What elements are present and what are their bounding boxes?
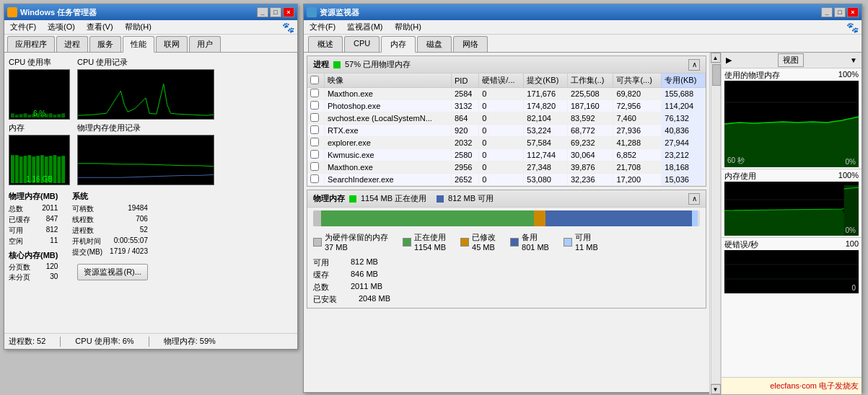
process-header-left: 进程 57% 已用物理内存: [313, 59, 411, 70]
tab-users[interactable]: 用户: [189, 36, 221, 52]
legend-modified-color: [460, 238, 469, 247]
physical-memory-title: 物理内存(MB): [9, 191, 58, 202]
menu-help[interactable]: 帮助(H): [122, 21, 154, 33]
row-checkbox-4[interactable]: [310, 138, 319, 146]
row-shareable: 21,708: [613, 161, 662, 174]
minimize-button[interactable]: _: [257, 7, 268, 17]
row-pid: 920: [451, 125, 478, 137]
row-checkbox-7[interactable]: [310, 174, 319, 183]
tab-services[interactable]: 服务: [89, 36, 121, 52]
row-private: 40,836: [662, 125, 706, 137]
table-row[interactable]: Maxthon.exe 2584 0 171,676 225,508 69,82…: [307, 88, 706, 100]
row-private: 18,168: [662, 161, 706, 174]
view-button[interactable]: 视图: [778, 53, 804, 67]
row-checkbox-3[interactable]: [310, 125, 319, 134]
resmon-window: 资源监视器 _ □ × 文件(F) 监视器(M) 帮助(H) 🐾 概述 CPU …: [303, 4, 862, 393]
resmon-tab-cpu[interactable]: CPU: [344, 36, 380, 52]
col-working[interactable]: 工作集(..): [567, 74, 613, 88]
resmon-tab-memory[interactable]: 内存: [381, 36, 416, 53]
resmon-maximize-button[interactable]: □: [834, 7, 846, 17]
resource-monitor-button[interactable]: 资源监视器(R)...: [77, 264, 147, 280]
menu-view[interactable]: 查看(V): [84, 21, 116, 33]
status-memory: 物理内存: 59%: [164, 336, 216, 347]
cpu-usage-group: CPU 使用率: [9, 57, 70, 120]
col-shareable[interactable]: 可共享(...): [613, 74, 662, 88]
table-row[interactable]: RTX.exe 920 0 53,224 68,772 27,936 40,83…: [307, 125, 706, 137]
core-memory-section: 核心内存(MB) 分页数 120 未分页 30: [9, 250, 58, 283]
stat-handles-value: 19484: [128, 204, 148, 214]
table-row[interactable]: svchost.exe (LocalSystemN... 864 0 82,10…: [307, 112, 706, 125]
resmon-tab-overview[interactable]: 概述: [308, 36, 343, 52]
row-checkbox-2[interactable]: [310, 113, 319, 122]
stat-total-value: 2011: [42, 204, 58, 214]
resmon-minimize-button[interactable]: _: [821, 7, 833, 17]
cpu-usage-text: 6 %: [33, 110, 45, 117]
stat-cached-value: 847: [46, 215, 58, 225]
resmon-close-button[interactable]: ×: [847, 7, 859, 17]
row-checkbox-0[interactable]: [310, 89, 319, 97]
tab-performance[interactable]: 性能: [123, 36, 154, 53]
resmon-menu-file[interactable]: 文件(F): [307, 21, 338, 33]
main-scrollbar[interactable]: ▲ ▼: [709, 53, 721, 394]
col-pid[interactable]: PID: [451, 74, 478, 88]
process-collapse-button[interactable]: ∧: [688, 59, 700, 71]
tab-processes[interactable]: 进程: [56, 36, 88, 52]
scroll-down-arrow[interactable]: ▼: [711, 384, 721, 394]
row-checkbox-1[interactable]: [310, 101, 319, 110]
row-checkbox-cell: [307, 174, 324, 186]
row-checkbox-6[interactable]: [310, 162, 319, 171]
chart1-label: 使用的物理内存 100%: [724, 70, 859, 81]
col-private[interactable]: 专用(KB): [662, 74, 706, 88]
view-dropdown-icon[interactable]: ▼: [850, 56, 857, 64]
resmon-menu-help[interactable]: 帮助(H): [392, 21, 424, 33]
maximize-button[interactable]: □: [270, 7, 281, 17]
menu-options[interactable]: 选项(O): [45, 21, 78, 33]
table-row[interactable]: SearchIndexer.exe 2652 0 53,080 32,236 1…: [307, 174, 706, 186]
core-memory-title: 核心内存(MB): [9, 250, 58, 261]
legend-modified-label: 已修改 45 MB: [472, 232, 496, 252]
resmon-tab-disk[interactable]: 磁盘: [417, 36, 452, 52]
stat-threads-label: 线程数: [72, 215, 94, 225]
stat-commit-label: 提交(MB): [72, 247, 102, 257]
resmon-menu-monitor[interactable]: 监视器(M): [344, 21, 386, 33]
table-row[interactable]: explorer.exe 2032 0 57,584 69,232 41,288…: [307, 137, 706, 149]
taskman-statusbar: 进程数: 52 CPU 使用率: 6% 物理内存: 59%: [4, 333, 297, 349]
scroll-thumb[interactable]: [712, 64, 721, 86]
table-row[interactable]: Maxthon.exe 2956 0 27,348 39,876 21,708 …: [307, 161, 706, 174]
col-hard-fault[interactable]: 硬错误/...: [479, 74, 524, 88]
mem-installed-value: 2048 MB: [359, 294, 390, 305]
row-hard-fault: 0: [479, 100, 524, 112]
phys-mem-collapse-button[interactable]: ∧: [688, 193, 700, 205]
menu-file[interactable]: 文件(F): [7, 21, 39, 33]
row-image: Maxthon.exe: [324, 88, 451, 100]
mem-inuse-seg: [321, 210, 534, 226]
taskman-title: Windows 任务管理器: [20, 7, 97, 18]
legend-inuse: 正在使用 1154 MB: [403, 232, 446, 252]
scroll-track[interactable]: [711, 63, 721, 384]
table-row[interactable]: Kwmusic.exe 2580 0 112,744 30,064 6,852 …: [307, 149, 706, 161]
scroll-up-arrow[interactable]: ▲: [711, 53, 721, 63]
paw-icon: 🐾: [282, 22, 294, 33]
resource-btn-container: 资源监视器(R)...: [72, 264, 148, 280]
svg-rect-5: [27, 115, 31, 117]
cpu-usage-label: CPU 使用率: [9, 57, 70, 68]
table-row[interactable]: Photoshop.exe 3132 0 174,820 187,160 72,…: [307, 100, 706, 112]
tab-networking[interactable]: 联网: [156, 36, 188, 52]
standby-color-dot: [437, 195, 444, 203]
stat-cached: 已缓存 847: [9, 215, 58, 225]
resmon-tab-network[interactable]: 网络: [453, 36, 488, 52]
col-image[interactable]: 映像: [324, 74, 451, 88]
row-working: 225,508: [567, 88, 613, 100]
stat-processes: 进程数 52: [72, 226, 148, 236]
row-checkbox-5[interactable]: [310, 150, 319, 159]
mem-cached-value: 846 MB: [351, 270, 378, 280]
row-hard-fault: 0: [479, 112, 524, 125]
mem-installed-label: 已安装: [313, 294, 337, 305]
mem-available-row: 可用 812 MB: [313, 257, 390, 268]
tab-applications[interactable]: 应用程序: [7, 36, 55, 52]
col-commit[interactable]: 提交(KB): [524, 74, 568, 88]
select-all-checkbox[interactable]: [310, 76, 319, 84]
memory-usage-group: 内存: [9, 123, 70, 185]
row-commit: 53,224: [524, 125, 568, 137]
close-button[interactable]: ×: [283, 7, 294, 17]
